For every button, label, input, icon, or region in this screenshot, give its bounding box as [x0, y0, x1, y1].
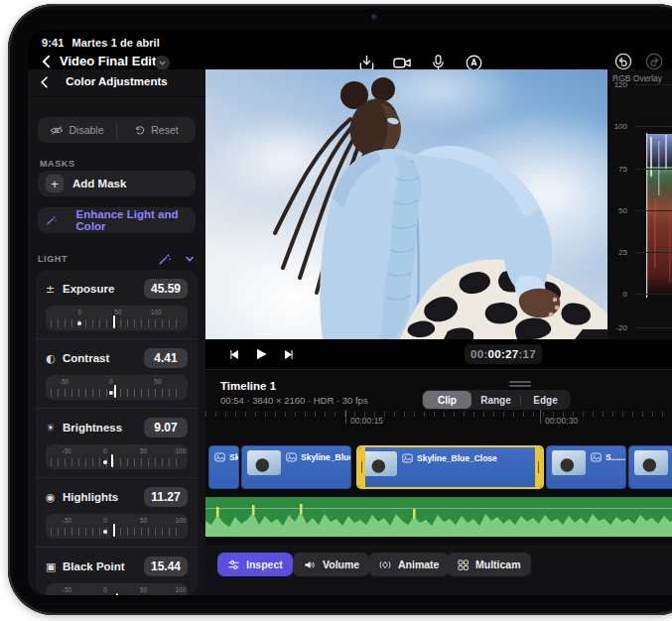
back-button[interactable]: [38, 53, 56, 70]
undo-button[interactable]: [613, 52, 633, 71]
trim-handle-left[interactable]: [358, 447, 365, 487]
scope-axis-label: 0: [532, 290, 627, 299]
animate-label: Animate: [398, 559, 439, 570]
status-bar: 9:41Martes 1 de abril: [42, 37, 160, 49]
mode-range[interactable]: Range: [471, 391, 520, 409]
contrast-icon: ◐: [46, 352, 63, 365]
image-icon: [214, 452, 225, 462]
disable-button[interactable]: Disable: [38, 117, 116, 143]
project-title-menu[interactable]: [155, 56, 170, 70]
clip-thumbnail: [552, 450, 586, 475]
multicam-button[interactable]: Multicam: [447, 553, 531, 576]
subject-figure: [205, 69, 607, 339]
timeline-clip[interactable]: Skyline_Blue_Close: [356, 445, 544, 489]
slider-track[interactable]: -50050: [46, 375, 188, 400]
tick-label: -50: [60, 378, 68, 385]
tick-label: 50: [140, 586, 147, 593]
scope-axis-label: -20: [532, 323, 627, 332]
magic-wand-icon[interactable]: [158, 252, 172, 266]
ipad-device-frame: 9:41Martes 1 de abril Video Final Edit: [8, 4, 672, 615]
timecode-hours: 00:: [470, 348, 488, 360]
slider-cursor[interactable]: [113, 315, 115, 328]
reset-button[interactable]: Reset: [117, 117, 196, 143]
slider-row-highlights: ◉Highlights11.27-50050100: [36, 477, 198, 547]
origin-dot: [103, 530, 107, 534]
video-track: Sk......Skyline_Blue_WideSkyline_Blue_Cl…: [205, 445, 672, 489]
slider-cursor[interactable]: [114, 385, 116, 398]
tick-label: 50: [140, 517, 147, 524]
slider-value[interactable]: 9.07: [144, 418, 188, 437]
tick-label: 50: [154, 378, 161, 385]
light-section-header: LIGHT: [38, 251, 196, 267]
scope-gridline: [634, 126, 672, 127]
enhance-light-color-button[interactable]: Enhance Light and Color: [38, 207, 196, 233]
tick-label: 50: [114, 309, 121, 315]
mode-clip[interactable]: Clip: [423, 391, 471, 409]
slider-cursor[interactable]: [116, 593, 118, 595]
tick-label: 0: [103, 517, 107, 524]
tick-label: 100: [175, 517, 186, 524]
slider-row-black-point: ▣Black Point15.44-50050100: [36, 547, 198, 595]
slider-value[interactable]: 15.44: [144, 557, 188, 576]
timeline-ruler[interactable]: 00:00:15 00:00:30: [205, 410, 672, 435]
timecode-display[interactable]: 00:00:27:17: [465, 344, 542, 364]
timeline-clip[interactable]: Sk......: [208, 445, 239, 489]
disable-reset-group: Disable Reset: [38, 117, 196, 143]
slider-value[interactable]: 11.27: [144, 487, 188, 507]
timeline-clip[interactable]: Skyline_Blue_Wide: [241, 445, 351, 489]
color-adjustments-panel: Color Adjustments Disable Reset MASKS + …: [28, 69, 205, 595]
play-button[interactable]: [249, 343, 273, 365]
collapse-chevron-icon[interactable]: [184, 253, 196, 265]
redo-button[interactable]: [644, 52, 664, 71]
inspect-label: Inspect: [246, 559, 283, 570]
slider-track[interactable]: -50050100: [46, 444, 188, 469]
clip-name: Skyline_Blue_Close: [402, 453, 497, 463]
reset-label: Reset: [151, 124, 178, 136]
inspect-button[interactable]: Inspect: [217, 553, 293, 576]
ruler-label: 00:00:30: [545, 416, 578, 426]
clip-thumbnail: [247, 450, 281, 475]
audio-track[interactable]: [205, 497, 672, 537]
slider-label: Black Point: [63, 560, 125, 572]
slider-cursor[interactable]: [113, 524, 115, 537]
timeline-clip[interactable]: [628, 445, 672, 489]
slider-ticks: [51, 319, 183, 327]
previous-frame-button[interactable]: [221, 343, 245, 365]
origin-dot: [103, 460, 107, 464]
slider-value[interactable]: 45.59: [144, 279, 188, 299]
scope-gridline: [634, 169, 672, 170]
timeline-clip[interactable]: S......: [546, 445, 626, 489]
scope-gridline: [634, 210, 672, 211]
panel-grabber-handle[interactable]: [509, 381, 531, 388]
slider-label: Brightness: [63, 422, 122, 434]
skip-back-icon: [227, 348, 240, 361]
status-time: 9:41: [42, 37, 64, 49]
slider-track[interactable]: 050100: [46, 306, 188, 330]
trim-handle-right[interactable]: [535, 447, 542, 487]
slider-cursor[interactable]: [111, 454, 113, 467]
front-camera: [371, 14, 377, 20]
scope-axis-label: 100: [532, 122, 627, 131]
status-date: Martes 1 de abril: [71, 37, 160, 49]
mode-edge[interactable]: Edge: [521, 391, 570, 409]
slider-ticks: [51, 528, 183, 536]
origin-dot: [109, 391, 113, 395]
next-frame-button[interactable]: [277, 343, 301, 365]
slider-value[interactable]: 4.41: [144, 348, 188, 368]
clip-name: Skyline_Blue_Wide: [286, 452, 351, 462]
add-mask-button[interactable]: + Add Mask: [38, 171, 196, 196]
tick-label: -50: [63, 586, 71, 593]
inspect-sliders-icon: [227, 559, 240, 571]
transport-bar: 00:00:27:17: [205, 339, 672, 369]
slider-track[interactable]: -50050100: [46, 583, 188, 595]
timeline-toolbar: Inspect Volume Animate Multicam: [205, 545, 672, 595]
tick-label: 50: [140, 447, 147, 454]
light-section-label: LIGHT: [38, 254, 67, 264]
animate-button[interactable]: Animate: [368, 553, 449, 576]
rgb-overlay-scope: RGB Overlay: [607, 69, 672, 339]
ruler-major-tick: [540, 410, 541, 424]
slider-track[interactable]: -50050100: [46, 514, 188, 539]
play-icon: [253, 346, 269, 362]
volume-button[interactable]: Volume: [293, 553, 369, 576]
project-title: Video Final Edit: [60, 54, 156, 68]
